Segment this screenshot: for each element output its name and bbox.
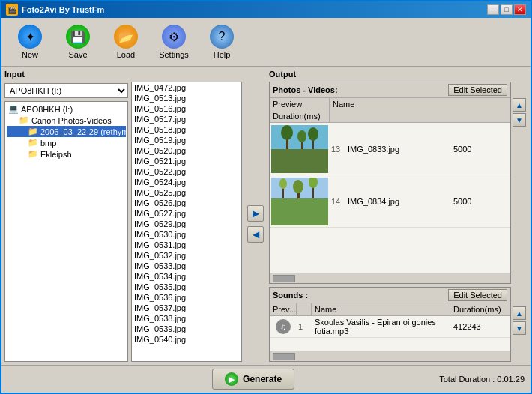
svg-rect-1 <box>271 149 328 173</box>
sound-duration-header: Duration(ms) <box>450 303 510 315</box>
total-duration-value: 0:01:29 <box>497 375 525 384</box>
list-item[interactable]: IMG_0516.jpg <box>132 103 241 114</box>
table-row: 14 IMG_0834.jpg 5000 <box>270 175 510 228</box>
hdd-icon: 💻 <box>8 104 19 114</box>
main-area: Input APO8HKH (I:) 💻 APO8HKH (I:) 📁 Cano… <box>1 67 531 365</box>
photo-name: IMG_0833.jpg <box>345 143 450 155</box>
photos-body[interactable]: 13 IMG_0833.jpg 5000 <box>270 123 510 273</box>
drive-select[interactable]: APO8HKH (I:) <box>4 83 128 98</box>
file-list[interactable]: IMG_0472.jpgIMG_0513.jpgIMG_0516.jpgIMG_… <box>131 82 242 362</box>
list-item[interactable]: IMG_0536.jpg <box>132 292 241 303</box>
sound-duration: 412243 <box>450 321 510 333</box>
load-button[interactable]: 📂 Load <box>103 21 148 63</box>
left-panel: Input APO8HKH (I:) 💻 APO8HKH (I:) 📁 Cano… <box>4 70 128 362</box>
app-window: 🎬 Foto2Avi By TrustFm ─ □ ✕ ✦ New 💾 Save… <box>0 0 532 394</box>
tree-item-ekleipsh[interactable]: 📁 Ekleipsh <box>7 148 126 160</box>
sound-down-button[interactable]: ▼ <box>513 321 526 335</box>
list-item[interactable]: IMG_0525.jpg <box>132 187 241 198</box>
list-item[interactable]: IMG_0531.jpg <box>132 240 241 250</box>
sound-number: 1 <box>297 321 312 333</box>
list-item[interactable]: IMG_0521.jpg <box>132 156 241 166</box>
list-item[interactable]: IMG_0540.jpg <box>132 334 241 345</box>
photos-section: Photos - Videos: Edit Selected Preview N… <box>269 82 511 284</box>
photos-title: Photos - Videos: <box>273 85 338 94</box>
list-item[interactable]: IMG_0522.jpg <box>132 166 241 177</box>
photo-name: IMG_0834.jpg <box>345 196 450 207</box>
edit-selected-photos-button[interactable]: Edit Selected <box>448 84 507 96</box>
list-item[interactable]: IMG_0526.jpg <box>132 198 241 208</box>
preview-header: Preview <box>270 98 330 110</box>
folder-icon: 📁 <box>28 138 38 148</box>
list-item[interactable]: IMG_0517.jpg <box>132 114 241 124</box>
new-button[interactable]: ✦ New <box>7 21 52 63</box>
photo-up-button[interactable]: ▲ <box>513 98 526 112</box>
close-button[interactable]: ✕ <box>514 4 526 15</box>
file-list-panel: IMG_0472.jpgIMG_0513.jpgIMG_0516.jpgIMG_… <box>131 70 242 362</box>
table-row: ♫ 1 Skoulas Vasilis - Epiran oi gonies f… <box>270 316 510 338</box>
list-item[interactable]: IMG_0520.jpg <box>132 145 241 156</box>
minimize-button[interactable]: ─ <box>487 4 499 15</box>
tree-item-drive[interactable]: 💻 APO8HKH (I:) <box>7 103 126 115</box>
list-item[interactable]: IMG_0539.jpg <box>132 324 241 334</box>
svg-point-7 <box>308 127 318 141</box>
app-icon: 🎬 <box>6 4 18 16</box>
new-label: New <box>22 50 38 59</box>
list-item[interactable]: IMG_0524.jpg <box>132 177 241 187</box>
total-duration: Total Duration : 0:01:29 <box>439 375 525 384</box>
list-item[interactable]: IMG_0537.jpg <box>132 303 241 313</box>
list-item[interactable]: IMG_0538.jpg <box>132 313 241 324</box>
tree-item-label: 2006_03_22-29 (rethymno) <box>40 127 128 136</box>
tree-item-bmp[interactable]: 📁 bmp <box>7 137 126 148</box>
list-item[interactable]: IMG_0535.jpg <box>132 282 241 292</box>
sounds-body[interactable]: ♫ 1 Skoulas Vasilis - Epiran oi gonies f… <box>270 316 510 351</box>
sound-name: Skoulas Vasilis - Epiran oi gonies fotia… <box>312 316 450 337</box>
photos-scrollbar[interactable] <box>270 273 510 283</box>
svg-point-11 <box>279 178 287 189</box>
load-label: Load <box>117 50 135 59</box>
tree-item-canon[interactable]: 📁 Canon Photos-Videos <box>7 115 126 126</box>
photo-down-button[interactable]: ▼ <box>513 113 526 127</box>
sound-num-header <box>297 303 312 315</box>
list-item[interactable]: IMG_0527.jpg <box>132 208 241 219</box>
list-item[interactable]: IMG_0519.jpg <box>132 135 241 145</box>
load-icon: 📂 <box>114 25 138 49</box>
help-button[interactable]: ? Help <box>199 21 244 63</box>
tree-item-label: Canon Photos-Videos <box>31 116 112 125</box>
play-icon: ▶ <box>225 372 238 386</box>
save-button[interactable]: 💾 Save <box>55 21 100 63</box>
list-item[interactable]: IMG_0472.jpg <box>132 82 241 93</box>
generate-label: Generate <box>243 374 282 384</box>
toolbar: ✦ New 💾 Save 📂 Load ⚙ Settings ? Help <box>1 18 531 67</box>
list-item[interactable]: IMG_0513.jpg <box>132 93 241 103</box>
sound-name-header: Name <box>312 303 450 315</box>
settings-button[interactable]: ⚙ Settings <box>151 21 196 63</box>
edit-selected-sounds-button[interactable]: Edit Selected <box>448 289 507 301</box>
list-item[interactable]: IMG_0529.jpg <box>132 219 241 229</box>
svg-point-3 <box>281 125 293 140</box>
input-label: Input <box>4 70 128 79</box>
maximize-button[interactable]: □ <box>501 4 513 15</box>
sound-up-button[interactable]: ▲ <box>513 306 526 320</box>
list-item[interactable]: IMG_0534.jpg <box>132 271 241 282</box>
sounds-header: Sounds : Edit Selected <box>270 288 510 303</box>
list-item[interactable]: IMG_0518.jpg <box>132 124 241 135</box>
help-label: Help <box>214 50 231 59</box>
photo-number: 13 <box>330 143 345 155</box>
generate-button[interactable]: ▶ Generate <box>212 369 294 390</box>
file-tree[interactable]: 💻 APO8HKH (I:) 📁 Canon Photos-Videos 📁 2… <box>4 101 128 362</box>
duration-header: Duration(ms) <box>270 110 330 122</box>
add-photo-button[interactable]: ▶ <box>247 205 264 222</box>
list-item[interactable]: IMG_0532.jpg <box>132 250 241 261</box>
total-duration-label: Total Duration : <box>439 375 495 384</box>
list-item[interactable]: IMG_0530.jpg <box>132 229 241 240</box>
photo-duration: 5000 <box>450 196 510 207</box>
folder-icon: 📁 <box>28 149 38 159</box>
list-item[interactable]: IMG_0533.jpg <box>132 261 241 271</box>
sounds-scrollbar[interactable] <box>270 351 510 361</box>
svg-rect-9 <box>271 198 328 225</box>
tree-item-2006[interactable]: 📁 2006_03_22-29 (rethymno) <box>7 126 126 137</box>
remove-photo-button[interactable]: ◀ <box>247 226 264 243</box>
sounds-section: Sounds : Edit Selected Prev... Name Dura… <box>269 287 511 362</box>
settings-icon: ⚙ <box>162 25 186 49</box>
tree-item-label: Ekleipsh <box>40 150 72 159</box>
